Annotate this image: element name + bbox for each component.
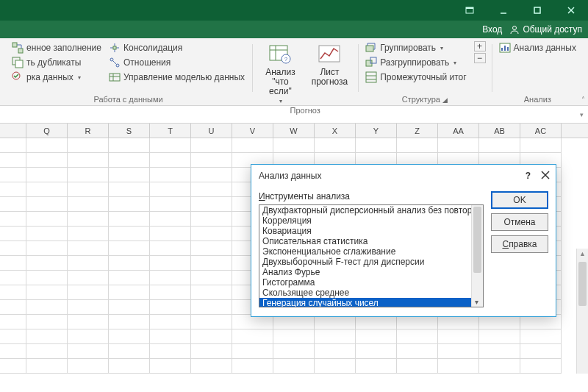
- cancel-button[interactable]: Отмена: [491, 213, 548, 231]
- show-detail-button[interactable]: +: [474, 41, 486, 51]
- cell[interactable]: [520, 344, 562, 359]
- column-header[interactable]: S: [109, 124, 150, 138]
- cell[interactable]: [273, 138, 315, 153]
- cell[interactable]: [191, 315, 232, 329]
- dialog-close-button[interactable]: [541, 171, 550, 182]
- cell[interactable]: [150, 197, 191, 212]
- cell[interactable]: [479, 315, 520, 329]
- column-header[interactable]: [0, 124, 26, 138]
- cell[interactable]: [150, 256, 191, 271]
- cell[interactable]: [109, 271, 150, 285]
- cell[interactable]: [68, 256, 109, 271]
- cell[interactable]: [150, 315, 191, 329]
- listbox-scrollbar-thumb[interactable]: [473, 207, 481, 273]
- data-analysis-button[interactable]: Анализ данных: [498, 41, 578, 54]
- cell[interactable]: [191, 212, 232, 227]
- cell[interactable]: [109, 212, 150, 227]
- column-header[interactable]: AB: [479, 124, 520, 138]
- listbox-scrollbar[interactable]: [471, 205, 483, 307]
- cell[interactable]: [191, 344, 232, 359]
- ribbon-display-options-icon[interactable]: [453, 0, 487, 21]
- cell[interactable]: [109, 168, 150, 182]
- cell[interactable]: [191, 256, 232, 271]
- cell[interactable]: [68, 315, 109, 329]
- cell[interactable]: [438, 315, 479, 329]
- cell[interactable]: [315, 138, 356, 153]
- listbox-item[interactable]: Генерация случайных чисел: [259, 298, 471, 307]
- cell[interactable]: [356, 359, 397, 374]
- cell[interactable]: [479, 138, 520, 153]
- cell[interactable]: [68, 285, 109, 300]
- column-header[interactable]: U: [191, 124, 232, 138]
- cell[interactable]: [191, 138, 232, 153]
- cell[interactable]: [0, 153, 26, 168]
- cell[interactable]: [438, 138, 479, 153]
- column-header[interactable]: T: [150, 124, 191, 138]
- cell[interactable]: [150, 344, 191, 359]
- flash-fill-button[interactable]: енное заполнение: [10, 41, 103, 54]
- relationships-button[interactable]: Отношения: [107, 56, 246, 69]
- cell[interactable]: [0, 329, 26, 344]
- cell[interactable]: [26, 241, 68, 256]
- cell[interactable]: [520, 315, 562, 329]
- cell[interactable]: [26, 182, 68, 197]
- cell[interactable]: [232, 138, 273, 153]
- cell[interactable]: [68, 227, 109, 241]
- consolidate-button[interactable]: Консолидация: [107, 41, 246, 54]
- cell[interactable]: [315, 315, 356, 329]
- cell[interactable]: [397, 344, 438, 359]
- cell[interactable]: [26, 212, 68, 227]
- cell[interactable]: [191, 329, 232, 344]
- cell[interactable]: [0, 212, 26, 227]
- cell[interactable]: [356, 315, 397, 329]
- cell[interactable]: [479, 359, 520, 374]
- cell[interactable]: [315, 329, 356, 344]
- column-header[interactable]: R: [68, 124, 109, 138]
- cell[interactable]: [109, 182, 150, 197]
- ungroup-button[interactable]: Разгруппировать ▾: [364, 56, 467, 69]
- cell[interactable]: [109, 300, 150, 315]
- cell[interactable]: [150, 212, 191, 227]
- collapse-ribbon-icon[interactable]: ˄: [581, 96, 585, 104]
- cell[interactable]: [68, 300, 109, 315]
- group-rows-button[interactable]: Группировать ▾: [364, 41, 467, 54]
- cell[interactable]: [191, 153, 232, 168]
- cell[interactable]: [26, 359, 68, 374]
- dialog-help-icon[interactable]: ?: [526, 171, 531, 181]
- cell[interactable]: [0, 271, 26, 285]
- scrollbar-thumb[interactable]: [578, 262, 587, 306]
- cell[interactable]: [397, 329, 438, 344]
- cell[interactable]: [397, 315, 438, 329]
- cell[interactable]: [109, 153, 150, 168]
- cell[interactable]: [191, 271, 232, 285]
- cell[interactable]: [68, 212, 109, 227]
- cell[interactable]: [479, 329, 520, 344]
- cell[interactable]: [150, 329, 191, 344]
- listbox-item[interactable]: Двухфакторный дисперсионный анализ без п…: [259, 205, 471, 215]
- cell[interactable]: [191, 197, 232, 212]
- column-header[interactable]: X: [315, 124, 356, 138]
- cell[interactable]: [26, 138, 68, 153]
- cell[interactable]: [150, 300, 191, 315]
- share-button[interactable]: Общий доступ: [509, 24, 582, 35]
- cell[interactable]: [0, 197, 26, 212]
- cell[interactable]: [273, 329, 315, 344]
- column-header[interactable]: W: [273, 124, 315, 138]
- cell[interactable]: [109, 256, 150, 271]
- cell[interactable]: [68, 359, 109, 374]
- cell[interactable]: [438, 329, 479, 344]
- listbox-item[interactable]: Гистограмма: [259, 277, 471, 288]
- cell[interactable]: [109, 359, 150, 374]
- dialog-titlebar[interactable]: Анализ данных ?: [251, 165, 556, 187]
- cell[interactable]: [0, 241, 26, 256]
- analysis-tools-listbox[interactable]: Двухфакторный дисперсионный анализ без п…: [259, 204, 484, 307]
- cell[interactable]: [26, 153, 68, 168]
- cell[interactable]: [109, 315, 150, 329]
- cell[interactable]: [232, 359, 273, 374]
- remove-duplicates-button[interactable]: ть дубликаты: [10, 56, 103, 69]
- cell[interactable]: [68, 344, 109, 359]
- sign-in-link[interactable]: Вход: [482, 24, 502, 35]
- listbox-item[interactable]: Экспоненциальное сглаживание: [259, 246, 471, 257]
- listbox-item[interactable]: Корреляция: [259, 215, 471, 226]
- cell[interactable]: [479, 344, 520, 359]
